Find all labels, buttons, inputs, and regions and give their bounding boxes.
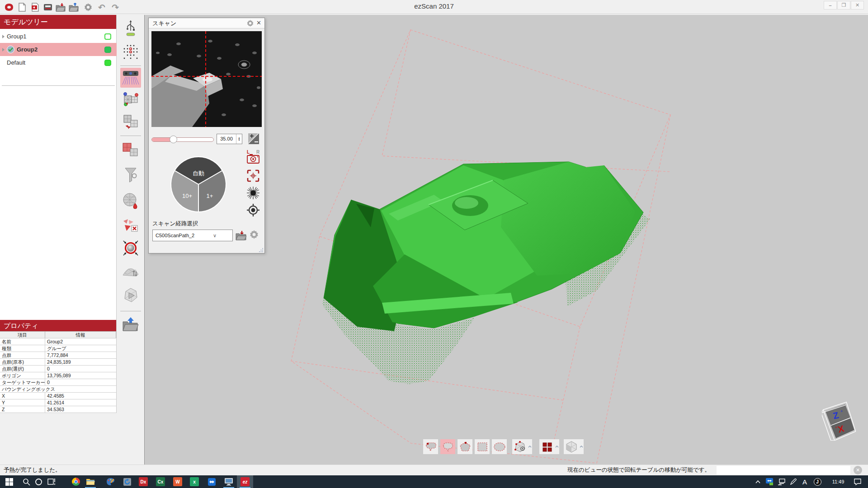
path-settings-gear-icon[interactable] bbox=[249, 230, 260, 240]
scan-dialog-title: スキャン bbox=[152, 20, 176, 27]
navigation-cube[interactable]: Z + X + bbox=[822, 402, 856, 441]
usb-device-icon[interactable] bbox=[120, 19, 141, 38]
expand-arrow-icon[interactable] bbox=[2, 35, 5, 38]
visibility-checkbox-checked[interactable] bbox=[104, 60, 111, 66]
convert-mesh-icon[interactable] bbox=[120, 285, 141, 305]
exposure-spinbox[interactable]: 35.00 ▲▼ bbox=[217, 134, 242, 144]
tree-item-label[interactable]: Default bbox=[7, 59, 25, 66]
expand-arrow-icon[interactable] bbox=[2, 48, 5, 52]
chevron-up-icon[interactable] bbox=[527, 439, 532, 454]
lasso-select-button[interactable] bbox=[423, 439, 438, 454]
load-path-icon[interactable] bbox=[236, 230, 246, 241]
close-button[interactable]: ✕ bbox=[851, 1, 864, 9]
import-file-button[interactable] bbox=[55, 2, 66, 13]
scan-path-dropdown[interactable]: C500ScanPath_2 ∨ bbox=[152, 230, 233, 241]
redo-button[interactable]: ↷ bbox=[110, 2, 121, 13]
updater-app-icon[interactable] bbox=[119, 475, 135, 488]
tray-teamviewer-icon[interactable] bbox=[764, 475, 775, 488]
pie-one-label: 1+ bbox=[207, 192, 213, 199]
tray-ime-mode[interactable]: A bbox=[799, 475, 810, 488]
tray-clock[interactable]: 11:49 bbox=[827, 475, 849, 488]
marker-view-button-group[interactable] bbox=[539, 439, 559, 454]
export-document-button[interactable] bbox=[30, 2, 41, 13]
polygon-select-button[interactable] bbox=[458, 439, 472, 454]
tree-item-label[interactable]: Group1 bbox=[7, 33, 26, 40]
spinner-arrows[interactable]: ▲▼ bbox=[236, 134, 242, 144]
slider-thumb[interactable] bbox=[170, 136, 177, 143]
chevron-up-icon[interactable] bbox=[579, 439, 584, 454]
brightness-contrast-icon[interactable] bbox=[247, 132, 261, 146]
center-target-icon[interactable] bbox=[245, 202, 261, 218]
tray-network-icon[interactable] bbox=[776, 475, 787, 488]
tree-item-group1[interactable]: Group1 bbox=[0, 30, 117, 43]
scan-mode-pie[interactable]: 自動 10+ 1+ bbox=[169, 155, 228, 214]
file-explorer-icon[interactable] bbox=[82, 475, 99, 488]
status-close-icon[interactable]: ✕ bbox=[854, 466, 862, 474]
export-file-button[interactable] bbox=[68, 2, 79, 13]
decimate-mesh-icon[interactable] bbox=[120, 262, 141, 282]
mesh-sphere-icon[interactable] bbox=[120, 191, 141, 211]
ezscan-taskbar-icon-active[interactable]: ez bbox=[237, 475, 253, 488]
mesh-select-button-group[interactable] bbox=[512, 439, 532, 454]
camera-lr-icon[interactable]: LR bbox=[245, 149, 261, 164]
w-app-icon[interactable]: W bbox=[170, 475, 186, 488]
properties-header: プロパティ bbox=[0, 320, 116, 331]
rectangle-select-button[interactable] bbox=[475, 439, 490, 454]
minimize-button[interactable]: – bbox=[824, 1, 837, 9]
combine-groups-icon[interactable] bbox=[120, 140, 141, 160]
tray-chevron-icon[interactable] bbox=[753, 475, 762, 488]
tree-item-default[interactable]: Default bbox=[0, 56, 117, 69]
paint-app-icon[interactable] bbox=[102, 475, 118, 488]
align-scans-icon[interactable] bbox=[120, 89, 141, 109]
dialog-settings-gear-icon[interactable] bbox=[246, 19, 255, 28]
teamviewer-icon[interactable] bbox=[203, 475, 220, 488]
tracking-target-icon[interactable] bbox=[245, 168, 261, 183]
scanned-mesh bbox=[324, 162, 643, 331]
undo-button[interactable]: ↶ bbox=[96, 2, 107, 13]
exposure-value[interactable]: 35.00 bbox=[217, 134, 236, 144]
restore-button[interactable]: ❐ bbox=[837, 1, 850, 9]
tray-ime-icon[interactable]: J bbox=[812, 475, 823, 488]
delete-triangles-icon[interactable] bbox=[120, 216, 141, 235]
property-row-polygons: ポリゴン13,795,089 bbox=[0, 372, 116, 379]
start-button[interactable] bbox=[1, 475, 17, 488]
smooth-lasso-select-button-active[interactable] bbox=[440, 439, 455, 454]
optimize-sphere-icon[interactable] bbox=[120, 238, 141, 258]
chrome-icon[interactable] bbox=[68, 475, 84, 488]
app-logo-icon bbox=[4, 2, 14, 13]
scan-tool-selected[interactable] bbox=[120, 68, 141, 88]
visibility-checkbox-unchecked[interactable] bbox=[104, 33, 111, 40]
visibility-checkbox-checked[interactable] bbox=[104, 47, 111, 53]
tree-item-label[interactable]: Group2 bbox=[17, 46, 38, 53]
property-row-y: Y41.2614 bbox=[0, 399, 116, 406]
ellipse-select-button[interactable] bbox=[492, 439, 507, 454]
new-document-button[interactable] bbox=[17, 2, 28, 13]
export-data-icon[interactable] bbox=[120, 314, 141, 334]
calibration-grid-icon[interactable] bbox=[120, 42, 141, 62]
settings-gear-icon[interactable] bbox=[83, 2, 94, 13]
laser-icon[interactable] bbox=[245, 185, 261, 201]
notification-center-icon[interactable] bbox=[852, 475, 863, 488]
remote-monitor-icon[interactable] bbox=[221, 475, 237, 488]
dialog-close-icon[interactable]: ✕ bbox=[256, 19, 264, 28]
property-row-type: 種類グループ bbox=[0, 345, 116, 352]
docuworks-app-icon[interactable]: Dx bbox=[135, 475, 151, 488]
property-row-points: 点群7,772,884 bbox=[0, 352, 116, 359]
shading-mode-button-group[interactable] bbox=[564, 439, 584, 454]
scan-dialog[interactable]: スキャン ✕ bbox=[148, 18, 265, 253]
exposure-slider[interactable] bbox=[151, 136, 214, 144]
chevron-up-icon[interactable] bbox=[554, 439, 559, 454]
svg-text:L: L bbox=[247, 150, 250, 155]
task-view-icon[interactable] bbox=[43, 475, 60, 488]
tray-pen-icon[interactable] bbox=[788, 475, 798, 488]
tree-item-group2-selected[interactable]: Group2 bbox=[0, 43, 117, 56]
property-row-points-original: 点群(原本)24,835,189 bbox=[0, 359, 116, 366]
save-button[interactable] bbox=[42, 2, 53, 13]
chevron-down-icon: ∨ bbox=[194, 233, 232, 239]
cx-app-icon[interactable]: Cx bbox=[152, 475, 169, 488]
filter-points-icon[interactable] bbox=[120, 165, 141, 185]
status-hint: 現在のビューの状態で回転テーブルの移動が可能です。 bbox=[567, 466, 710, 474]
excel-icon[interactable]: x bbox=[186, 475, 203, 488]
dialog-resize-grip[interactable] bbox=[259, 248, 264, 252]
merge-scans-icon[interactable] bbox=[120, 113, 141, 133]
